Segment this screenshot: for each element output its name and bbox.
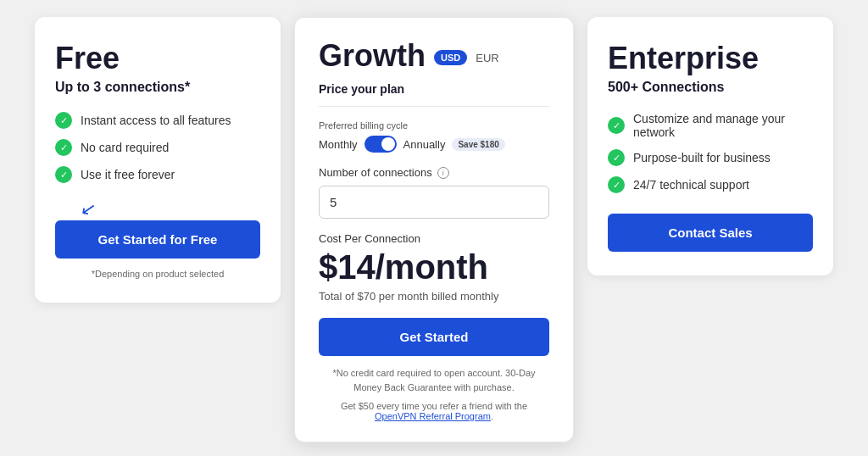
save-badge: Save $180 xyxy=(452,138,504,151)
list-item: ✓ Purpose-built for business xyxy=(608,149,813,166)
free-cta-button[interactable]: Get Started for Free xyxy=(55,220,260,259)
referral-text: Get $50 every time you refer a friend wi… xyxy=(341,401,527,411)
referral-link[interactable]: OpenVPN Referral Program xyxy=(375,411,491,421)
free-subtitle: Up to 3 connections* xyxy=(55,80,260,95)
check-icon: ✓ xyxy=(55,139,72,156)
pricing-cards: Free Up to 3 connections* ✓ Instant acce… xyxy=(17,17,851,442)
list-item: ✓ No card required xyxy=(55,139,260,156)
list-item: ✓ Use it free forever xyxy=(55,166,260,183)
free-footnote: *Depending on product selected xyxy=(55,269,260,279)
referral-period: . xyxy=(491,411,493,421)
growth-title: Growth xyxy=(319,38,426,74)
billing-toggle-row: Monthly Annually Save $180 xyxy=(319,136,549,153)
billing-toggle[interactable] xyxy=(364,136,397,153)
price-plan-label: Price your plan xyxy=(319,82,549,96)
free-features: ✓ Instant access to all features ✓ No ca… xyxy=(55,112,260,183)
feature-text: Instant access to all features xyxy=(81,114,231,127)
check-icon: ✓ xyxy=(608,176,625,193)
billing-cycle-label: Preferred billing cycle xyxy=(319,120,549,131)
growth-card: Growth USD EUR Price your plan Preferred… xyxy=(294,17,574,442)
enterprise-cta-button[interactable]: Contact Sales xyxy=(608,214,813,252)
free-card: Free Up to 3 connections* ✓ Instant acce… xyxy=(35,17,281,303)
list-item: ✓ Customize and manage your network xyxy=(608,112,813,139)
monthly-label: Monthly xyxy=(319,138,358,151)
feature-text: 24/7 technical support xyxy=(633,178,749,192)
check-icon: ✓ xyxy=(55,166,72,183)
enterprise-card: Enterprise 500+ Connections ✓ Customize … xyxy=(587,17,833,275)
cost-amount: $14/month xyxy=(319,248,549,286)
connections-input[interactable] xyxy=(319,186,549,219)
growth-footnote: *No credit card required to open account… xyxy=(319,366,549,394)
arrow-decoration: ↙ xyxy=(79,197,97,222)
divider xyxy=(319,106,549,107)
toggle-knob xyxy=(381,137,395,151)
list-item: ✓ Instant access to all features xyxy=(55,112,260,129)
cost-total: Total of $70 per month billed monthly xyxy=(319,290,549,303)
feature-text: Use it free forever xyxy=(81,168,175,181)
check-icon: ✓ xyxy=(608,117,625,134)
growth-header: Growth USD EUR xyxy=(319,38,549,77)
check-icon: ✓ xyxy=(55,112,72,129)
annually-label: Annually xyxy=(403,138,446,151)
free-title: Free xyxy=(55,41,260,76)
growth-cta-button[interactable]: Get Started xyxy=(319,318,549,356)
growth-referral: Get $50 every time you refer a friend wi… xyxy=(319,401,549,421)
connections-label-text: Number of connections xyxy=(319,166,432,179)
connections-label-row: Number of connections i xyxy=(319,166,549,179)
enterprise-subtitle: 500+ Connections xyxy=(608,80,813,95)
check-icon: ✓ xyxy=(608,149,625,166)
enterprise-features: ✓ Customize and manage your network ✓ Pu… xyxy=(608,112,813,193)
info-icon[interactable]: i xyxy=(437,167,449,179)
list-item: ✓ 24/7 technical support xyxy=(608,176,813,193)
usd-badge[interactable]: USD xyxy=(434,50,467,65)
feature-text: Customize and manage your network xyxy=(633,112,813,139)
enterprise-title: Enterprise xyxy=(608,41,813,76)
cost-label: Cost Per Connection xyxy=(319,232,549,245)
feature-text: Purpose-built for business xyxy=(633,151,771,164)
eur-label[interactable]: EUR xyxy=(476,52,498,64)
feature-text: No card required xyxy=(81,141,169,154)
